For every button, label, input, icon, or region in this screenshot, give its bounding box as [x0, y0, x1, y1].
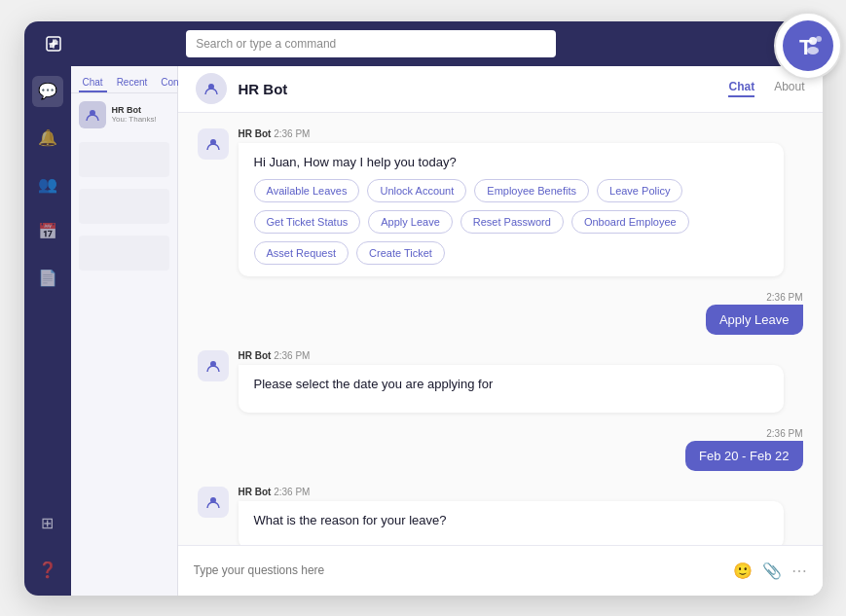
main-window: Search or type a command 💬 🔔 👥 📅 📄 ⊞ ❓	[24, 21, 823, 596]
sidebar-bottom: ⊞ ❓	[32, 508, 63, 586]
bot-meta-2: HR Bot 2:36 PM	[239, 350, 803, 361]
chat-tab-chat[interactable]: Chat	[728, 80, 754, 97]
sidebar-chat-icon[interactable]: 💬	[32, 76, 63, 107]
chat-tab-about[interactable]: About	[774, 80, 804, 97]
channel-avatar-hrbot	[79, 101, 106, 128]
user-bubble-wrapper-1: 2:36 PM Apply Leave	[706, 292, 803, 335]
bot-message-2: HR Bot 2:36 PM Please select the date yo…	[198, 350, 803, 413]
bot-text-2: Please select the date you are applying …	[254, 377, 768, 391]
messages-area: HR Bot 2:36 PM Hi Juan, How may I help y…	[178, 113, 823, 545]
message-input[interactable]	[194, 563, 723, 577]
bot-avatar-1	[198, 128, 229, 160]
compose-icon[interactable]	[38, 28, 69, 59]
bot-bubble-container-1: HR Bot 2:36 PM Hi Juan, How may I help y…	[239, 128, 803, 276]
svg-point-3	[816, 36, 822, 42]
emoji-icon[interactable]: 🙂	[733, 562, 753, 580]
sidebar-calendar-icon[interactable]: 📅	[32, 216, 63, 247]
sidebar-bell-icon[interactable]: 🔔	[32, 123, 63, 154]
channel-item-text: HR Bot You: Thanks!	[112, 105, 169, 124]
bot-avatar-3	[198, 487, 229, 518]
user-message-1: 2:36 PM Apply Leave	[198, 292, 803, 335]
chat-header-tabs: Chat About	[728, 80, 804, 97]
channel-list: Chat Recent Contacts HR Bot You: Thanks!	[71, 66, 178, 596]
chat-header: HR Bot Chat About	[178, 66, 823, 113]
channel-name: HR Bot	[112, 105, 169, 115]
qr-reset-password[interactable]: Reset Password	[460, 210, 564, 234]
svg-point-2	[807, 47, 819, 54]
svg-point-1	[809, 37, 817, 45]
bot-text-1: Hi Juan, How may I help you today?	[254, 155, 768, 169]
left-sidebar: 💬 🔔 👥 📅 📄 ⊞ ❓	[24, 66, 71, 596]
channel-item-hrbot[interactable]: HR Bot You: Thanks!	[71, 93, 177, 136]
bot-message-1: HR Bot 2:36 PM Hi Juan, How may I help y…	[198, 128, 803, 276]
bot-message-3: HR Bot 2:36 PM What is the reason for yo…	[198, 487, 803, 545]
search-bar[interactable]: Search or type a command	[186, 30, 556, 57]
bot-bubble-3: What is the reason for your leave?	[239, 501, 784, 545]
bot-meta-1: HR Bot 2:36 PM	[239, 128, 803, 139]
bot-avatar-2	[198, 350, 229, 381]
qr-onboard-employee[interactable]: Onboard Employee	[571, 210, 689, 234]
bot-bubble-2: Please select the date you are applying …	[239, 365, 784, 413]
user-bubble-2: Feb 20 - Feb 22	[685, 441, 803, 471]
content-area: 💬 🔔 👥 📅 📄 ⊞ ❓ Chat Recent Contacts	[24, 66, 823, 596]
top-bar: Search or type a command	[24, 21, 823, 66]
qr-leave-policy[interactable]: Leave Policy	[597, 179, 682, 202]
bot-bubble-container-2: HR Bot 2:36 PM Please select the date yo…	[239, 350, 803, 413]
channel-ghost-2	[79, 189, 169, 224]
bot-text-3: What is the reason for your leave?	[254, 513, 768, 527]
qr-create-ticket[interactable]: Create Ticket	[356, 241, 445, 265]
qr-unlock-account[interactable]: Unlock Account	[367, 179, 466, 202]
attach-icon[interactable]: 📎	[762, 562, 782, 580]
channel-ghost-1	[79, 142, 169, 177]
chat-main: HR Bot Chat About	[178, 66, 823, 596]
user-meta-1: 2:36 PM	[766, 292, 802, 303]
tab-chat[interactable]: Chat	[79, 74, 107, 92]
user-meta-2: 2:36 PM	[766, 428, 802, 439]
sidebar-files-icon[interactable]: 📄	[32, 263, 63, 294]
user-bubble-wrapper-2: 2:36 PM Feb 20 - Feb 22	[685, 428, 803, 471]
input-bar: 🙂 📎 ⋯	[178, 545, 823, 596]
teams-icon: T	[783, 20, 833, 71]
channel-tabs: Chat Recent Contacts	[71, 66, 177, 93]
channel-preview: You: Thanks!	[112, 115, 169, 124]
channel-ghost-3	[79, 236, 169, 271]
user-message-2: 2:36 PM Feb 20 - Feb 22	[198, 428, 803, 471]
sidebar-team-icon[interactable]: 👥	[32, 169, 63, 200]
qr-asset-request[interactable]: Asset Request	[254, 241, 349, 265]
quick-replies-1: Available Leaves Unlock Account Employee…	[254, 179, 768, 265]
qr-apply-leave[interactable]: Apply Leave	[368, 210, 453, 234]
qr-employee-benefits[interactable]: Employee Benefits	[474, 179, 589, 202]
search-placeholder: Search or type a command	[196, 37, 336, 51]
chat-bot-name: HR Bot	[239, 81, 288, 97]
qr-get-ticket-status[interactable]: Get Ticket Status	[254, 210, 361, 234]
bot-meta-3: HR Bot 2:36 PM	[239, 487, 803, 497]
tab-recent[interactable]: Recent	[113, 74, 152, 92]
bot-bubble-container-3: HR Bot 2:36 PM What is the reason for yo…	[239, 487, 803, 545]
teams-badge: T	[774, 12, 842, 80]
chat-header-avatar	[196, 73, 227, 104]
qr-available-leaves[interactable]: Available Leaves	[254, 179, 360, 202]
bot-bubble-1: Hi Juan, How may I help you today? Avail…	[239, 143, 784, 276]
sidebar-help-icon[interactable]: ❓	[32, 555, 63, 586]
more-options-icon[interactable]: ⋯	[791, 562, 807, 580]
user-bubble-1: Apply Leave	[706, 305, 803, 335]
sidebar-apps-icon[interactable]: ⊞	[32, 508, 63, 539]
